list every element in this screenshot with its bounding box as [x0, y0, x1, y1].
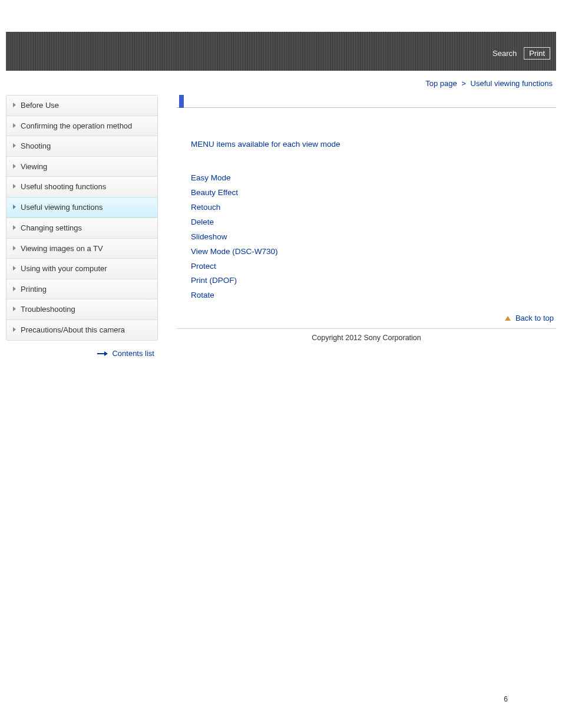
sidebar-item-3[interactable]: Viewing	[6, 156, 157, 177]
sidebar-item-4[interactable]: Useful shooting functions	[6, 176, 157, 197]
search-link[interactable]: Search	[490, 48, 519, 59]
sidebar-item-1[interactable]: Confirming the operation method	[6, 116, 157, 136]
back-to-top-label: Back to top	[515, 314, 554, 322]
arrow-right-icon	[97, 352, 108, 355]
contents-list-link[interactable]: Contents list	[97, 349, 154, 358]
sidebar-item-11[interactable]: Precautions/About this camera	[6, 319, 157, 340]
content-link-8[interactable]: Rotate	[191, 289, 556, 302]
triangle-up-icon	[505, 316, 511, 321]
section-heading-link[interactable]: MENU items available for each view mode	[191, 140, 340, 149]
sidebar-item-9[interactable]: Printing	[6, 279, 157, 299]
content-link-4[interactable]: Slideshow	[191, 231, 556, 243]
breadcrumb: Top page > Useful viewing functions	[6, 71, 556, 95]
sidebar-item-0[interactable]: Before Use	[6, 95, 157, 116]
header-banner: Search Print	[6, 32, 556, 71]
sidebar-item-10[interactable]: Troubleshooting	[6, 299, 157, 319]
breadcrumb-top[interactable]: Top page	[425, 79, 457, 88]
page-number: 6	[504, 695, 508, 703]
content-link-6[interactable]: Protect	[191, 261, 556, 273]
back-to-top-link[interactable]: Back to top	[505, 314, 554, 322]
sidebar: Before UseConfirming the operation metho…	[6, 95, 158, 360]
breadcrumb-separator: >	[459, 79, 468, 88]
page-title-block	[177, 95, 556, 108]
sidebar-item-7[interactable]: Viewing images on a TV	[6, 238, 157, 259]
content-link-0[interactable]: Easy Mode	[191, 172, 556, 185]
sidebar-nav: Before UseConfirming the operation metho…	[6, 95, 158, 341]
content-link-1[interactable]: Beauty Effect	[191, 187, 556, 199]
sidebar-item-2[interactable]: Shooting	[6, 136, 157, 156]
sidebar-item-5[interactable]: Useful viewing functions	[6, 197, 157, 218]
sidebar-item-8[interactable]: Using with your computer	[6, 258, 157, 279]
print-button[interactable]: Print	[524, 47, 550, 60]
content-link-5[interactable]: View Mode (DSC-W730)	[191, 246, 556, 258]
content-link-2[interactable]: Retouch	[191, 202, 556, 214]
content-link-3[interactable]: Delete	[191, 216, 556, 229]
content-link-7[interactable]: Print (DPOF)	[191, 275, 556, 287]
link-list: Easy ModeBeauty EffectRetouchDeleteSlide…	[191, 172, 556, 302]
contents-list-label: Contents list	[112, 349, 154, 358]
copyright: Copyright 2012 Sony Corporation	[177, 329, 556, 342]
sidebar-item-6[interactable]: Changing settings	[6, 218, 157, 238]
title-accent-bar	[179, 95, 184, 108]
breadcrumb-current[interactable]: Useful viewing functions	[471, 79, 553, 88]
main-content: MENU items available for each view mode …	[158, 95, 556, 342]
